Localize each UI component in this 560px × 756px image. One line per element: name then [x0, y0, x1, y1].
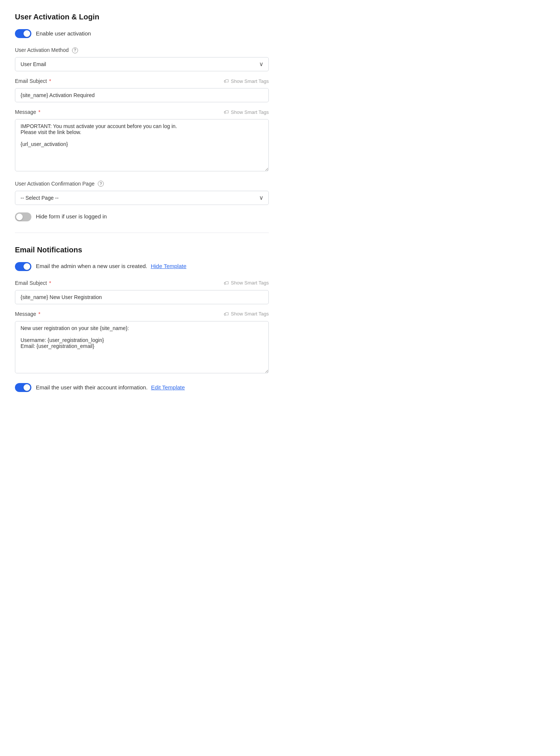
hide-form-label: Hide form if user is logged in: [36, 212, 107, 221]
confirmation-page-select-wrapper: -- Select Page --: [15, 191, 269, 205]
user-email-label: Email the user with their account inform…: [36, 383, 185, 392]
activation-method-help-icon[interactable]: ?: [72, 47, 78, 53]
tag-icon-1: 🏷: [224, 77, 229, 85]
email-subject-label-row: Email Subject * 🏷 Show Smart Tags: [15, 77, 269, 85]
tag-icon-3: 🏷: [224, 279, 229, 287]
activation-method-select[interactable]: User Email Admin Approval No Activation: [15, 57, 269, 71]
user-email-row: Email the user with their account inform…: [15, 383, 269, 392]
enable-activation-slider[interactable]: [15, 29, 31, 38]
email-notifications-section: Email Notifications Email the admin when…: [15, 244, 269, 392]
section2-title: Email Notifications: [15, 244, 269, 255]
enable-activation-row: Enable user activation: [15, 29, 269, 38]
user-email-toggle[interactable]: [15, 383, 31, 392]
confirmation-page-help-icon[interactable]: ?: [98, 181, 104, 187]
tag-icon-2: 🏷: [224, 108, 229, 116]
email-subject2-smart-tags-link[interactable]: 🏷 Show Smart Tags: [224, 279, 269, 287]
hide-template-link[interactable]: Hide Template: [151, 263, 187, 269]
activation-method-label-row: User Activation Method ?: [15, 46, 269, 54]
message2-smart-tags-link[interactable]: 🏷 Show Smart Tags: [224, 310, 269, 318]
email-subject2-required: *: [49, 279, 51, 287]
email-subject2-input[interactable]: [15, 290, 269, 304]
admin-email-slider[interactable]: [15, 262, 31, 271]
tag-icon-4: 🏷: [224, 310, 229, 318]
email-subject-required: *: [49, 77, 51, 85]
message-label: Message *: [15, 108, 40, 116]
activation-method-select-wrapper: User Email Admin Approval No Activation: [15, 57, 269, 71]
hide-form-row: Hide form if user is logged in: [15, 212, 269, 221]
email-subject-smart-tags-link[interactable]: 🏷 Show Smart Tags: [224, 77, 269, 85]
message-smart-tags-link[interactable]: 🏷 Show Smart Tags: [224, 108, 269, 116]
enable-activation-toggle[interactable]: [15, 29, 31, 38]
user-activation-section: User Activation & Login Enable user acti…: [15, 11, 269, 221]
message2-required: *: [38, 310, 40, 318]
email-subject-input[interactable]: [15, 88, 269, 102]
confirmation-page-label-row: User Activation Confirmation Page ?: [15, 180, 269, 188]
message2-textarea[interactable]: [15, 321, 269, 373]
admin-email-row: Email the admin when a new user is creat…: [15, 262, 269, 271]
user-email-slider[interactable]: [15, 383, 31, 392]
admin-email-label: Email the admin when a new user is creat…: [36, 262, 186, 271]
message2-label-row: Message * 🏷 Show Smart Tags: [15, 310, 269, 318]
activation-method-label: User Activation Method: [15, 46, 69, 54]
message-textarea[interactable]: [15, 119, 269, 171]
admin-email-toggle[interactable]: [15, 262, 31, 271]
edit-template-link[interactable]: Edit Template: [151, 384, 185, 391]
email-subject2-label: Email Subject *: [15, 279, 51, 287]
confirmation-page-label: User Activation Confirmation Page: [15, 180, 94, 188]
email-subject-label: Email Subject *: [15, 77, 51, 85]
hide-form-slider[interactable]: [15, 212, 31, 221]
hide-form-toggle[interactable]: [15, 212, 31, 221]
message-required: *: [38, 108, 40, 116]
section-divider: [15, 233, 269, 233]
email-subject2-label-row: Email Subject * 🏷 Show Smart Tags: [15, 279, 269, 287]
message-label-row: Message * 🏷 Show Smart Tags: [15, 108, 269, 116]
message2-label: Message *: [15, 310, 40, 318]
section1-title: User Activation & Login: [15, 11, 269, 22]
enable-activation-label: Enable user activation: [36, 29, 91, 38]
confirmation-page-select[interactable]: -- Select Page --: [15, 191, 269, 205]
